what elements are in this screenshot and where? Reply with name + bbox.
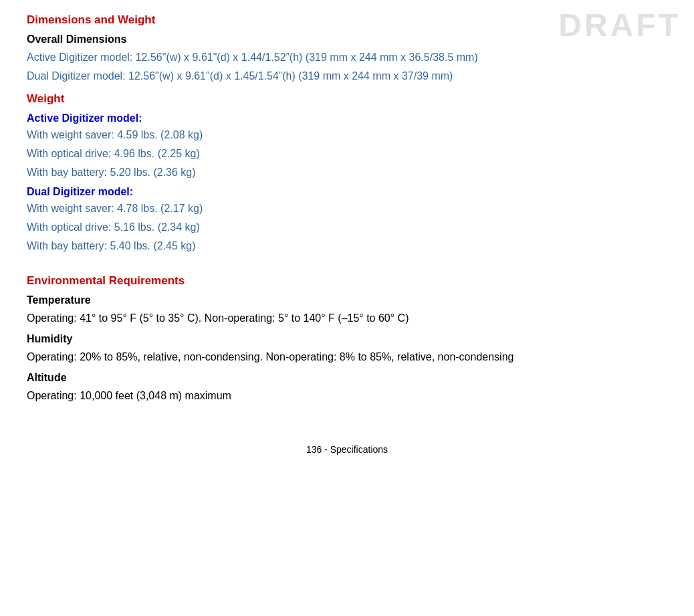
environmental-section: Environmental Requirements Temperature O… (27, 274, 667, 404)
active-weight-saver: With weight saver: 4.59 lbs. (2.08 kg) (27, 127, 667, 143)
humidity-text: Operating: 20% to 85%, relative, non-con… (27, 349, 667, 365)
dual-weight-saver: With weight saver: 4.78 lbs. (2.17 kg) (27, 201, 667, 217)
environmental-heading: Environmental Requirements (27, 274, 667, 288)
dual-optical-drive: With optical drive: 5.16 lbs. (2.34 kg) (27, 219, 667, 235)
page-container: DRAFT Dimensions and Weight Overall Dime… (27, 13, 667, 455)
weight-heading: Weight (27, 92, 667, 106)
dual-model-label: Dual Digitizer model: (27, 186, 667, 198)
active-bay-battery: With bay battery: 5.20 lbs. (2.36 kg) (27, 165, 667, 181)
humidity-heading: Humidity (27, 333, 667, 345)
temperature-text: Operating: 41° to 95° F (5° to 35° C). N… (27, 310, 667, 326)
active-optical-drive: With optical drive: 4.96 lbs. (2.25 kg) (27, 146, 667, 162)
dimensions-heading: Dimensions and Weight (27, 13, 667, 27)
footer-text: 136 - Specifications (306, 444, 388, 455)
overall-dimensions-heading: Overall Dimensions (27, 33, 667, 45)
page-footer: 136 - Specifications (27, 444, 667, 455)
temperature-heading: Temperature (27, 294, 667, 306)
active-model-label: Active Digitizer model: (27, 112, 667, 124)
altitude-heading: Altitude (27, 372, 667, 384)
dual-bay-battery: With bay battery: 5.40 lbs. (2.45 kg) (27, 238, 667, 254)
altitude-text: Operating: 10,000 feet (3,048 m) maximum (27, 388, 667, 404)
active-digitizer-dimensions: Active Digitizer model: 12.56"(w) x 9.61… (27, 49, 667, 66)
dimensions-section: Dimensions and Weight Overall Dimensions… (27, 13, 667, 254)
dual-digitizer-dimensions: Dual Digitizer model: 12.56"(w) x 9.61"(… (27, 68, 667, 84)
